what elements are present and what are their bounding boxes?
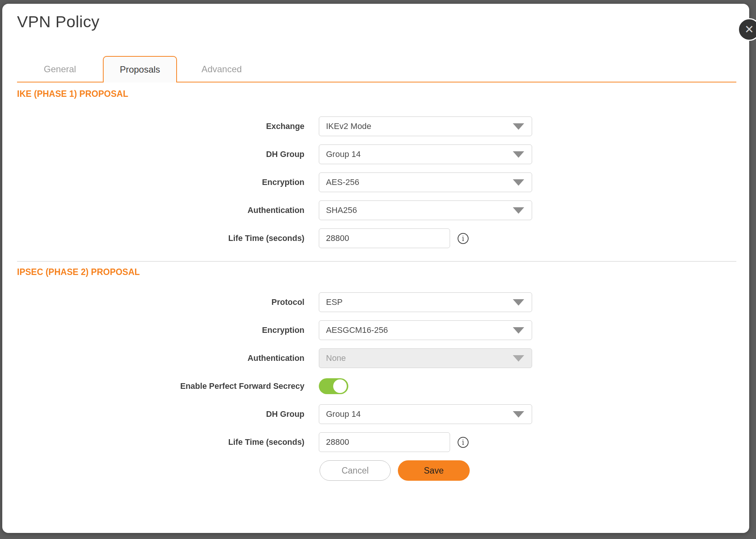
chevron-down-icon (513, 123, 524, 130)
protocol-row: Protocol ESP (2, 292, 749, 312)
encryption-phase2-label: Encryption (2, 326, 304, 335)
exchange-row: Exchange IKEv2 Mode (2, 116, 749, 136)
cancel-button[interactable]: Cancel (320, 460, 391, 481)
authentication-value: SHA256 (326, 205, 513, 215)
dh-group-phase2-select[interactable]: Group 14 (319, 404, 532, 424)
authentication-phase2-row: Authentication None (2, 348, 749, 368)
dh-group-row: DH Group Group 14 (2, 144, 749, 164)
dh-group-select[interactable]: Group 14 (319, 144, 532, 164)
authentication-phase2-value: None (326, 353, 513, 363)
chevron-down-icon (513, 355, 524, 362)
section-divider (17, 261, 736, 262)
dh-group-phase2-row: DH Group Group 14 (2, 404, 749, 424)
chevron-down-icon (513, 327, 524, 334)
tab-bar: General Proposals Advanced (17, 56, 736, 82)
protocol-value: ESP (326, 297, 513, 307)
life-time-row: Life Time (seconds) i (2, 228, 749, 248)
save-button[interactable]: Save (398, 460, 470, 481)
dh-group-label: DH Group (2, 150, 304, 159)
perfect-forward-secrecy-row: Enable Perfect Forward Secrecy (2, 376, 749, 396)
perfect-forward-secrecy-label: Enable Perfect Forward Secrecy (2, 382, 304, 391)
protocol-select[interactable]: ESP (319, 292, 532, 312)
authentication-phase2-select: None (319, 348, 532, 368)
authentication-row: Authentication SHA256 (2, 200, 749, 220)
ike-phase1-form: Exchange IKEv2 Mode DH Group Group 14 En… (2, 116, 749, 248)
page-backdrop: ✕ VPN Policy General Proposals Advanced … (0, 0, 756, 539)
chevron-down-icon (513, 411, 524, 418)
exchange-value: IKEv2 Mode (326, 121, 513, 131)
exchange-select[interactable]: IKEv2 Mode (319, 116, 532, 136)
perfect-forward-secrecy-toggle[interactable] (319, 378, 348, 394)
authentication-select[interactable]: SHA256 (319, 200, 532, 220)
chevron-down-icon (513, 299, 524, 306)
tab-general[interactable]: General (17, 56, 103, 82)
section-heading-ipsec-phase2: IPSEC (PHASE 2) PROPOSAL (17, 266, 749, 278)
ipsec-phase2-form: Protocol ESP Encryption AESGCM16-256 Aut… (2, 292, 749, 452)
protocol-label: Protocol (2, 298, 304, 307)
toggle-knob (333, 379, 347, 393)
encryption-phase2-value: AESGCM16-256 (326, 325, 513, 335)
life-time-phase2-input[interactable] (319, 432, 450, 452)
encryption-row: Encryption AES-256 (2, 172, 749, 192)
info-icon[interactable]: i (458, 233, 469, 244)
encryption-select[interactable]: AES-256 (319, 172, 532, 192)
life-time-phase2-label: Life Time (seconds) (2, 438, 304, 447)
close-button[interactable]: ✕ (738, 18, 756, 41)
dialog-footer: Cancel Save (320, 460, 749, 481)
dialog-title: VPN Policy (17, 11, 749, 33)
section-heading-ike-phase1: IKE (PHASE 1) PROPOSAL (17, 88, 749, 99)
authentication-label: Authentication (2, 206, 304, 215)
encryption-value: AES-256 (326, 177, 513, 187)
info-icon[interactable]: i (458, 437, 469, 448)
vpn-policy-dialog: ✕ VPN Policy General Proposals Advanced … (2, 4, 749, 533)
chevron-down-icon (513, 207, 524, 214)
encryption-phase2-row: Encryption AESGCM16-256 (2, 320, 749, 340)
life-time-phase2-row: Life Time (seconds) i (2, 432, 749, 452)
close-icon: ✕ (744, 24, 754, 35)
dh-group-phase2-value: Group 14 (326, 409, 513, 419)
chevron-down-icon (513, 179, 524, 186)
tab-proposals[interactable]: Proposals (103, 56, 177, 82)
life-time-label: Life Time (seconds) (2, 234, 304, 243)
encryption-phase2-select[interactable]: AESGCM16-256 (319, 320, 532, 340)
tab-advanced[interactable]: Advanced (177, 56, 266, 82)
dh-group-phase2-label: DH Group (2, 410, 304, 419)
life-time-input[interactable] (319, 228, 450, 248)
exchange-label: Exchange (2, 122, 304, 131)
encryption-label: Encryption (2, 178, 304, 187)
dh-group-value: Group 14 (326, 149, 513, 159)
authentication-phase2-label: Authentication (2, 354, 304, 363)
chevron-down-icon (513, 151, 524, 158)
